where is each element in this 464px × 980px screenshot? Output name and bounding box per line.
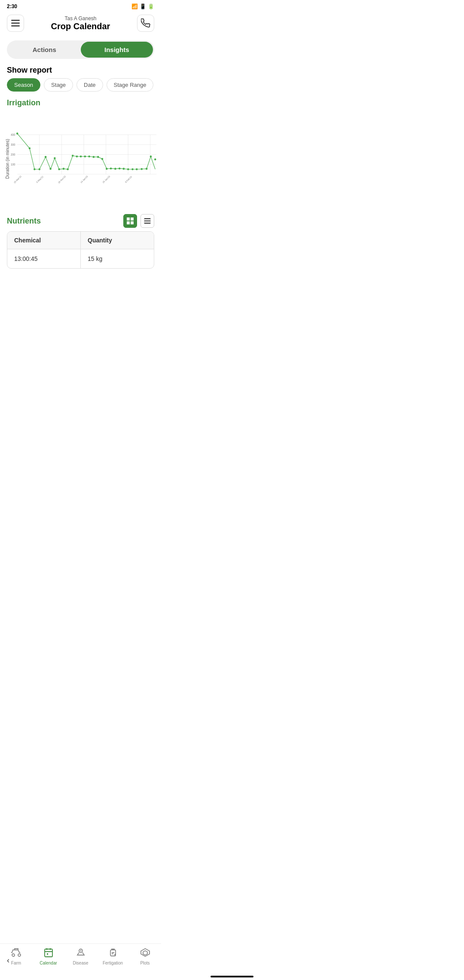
svg-rect-0	[11, 20, 20, 21]
svg-point-36	[106, 168, 108, 170]
menu-button[interactable]	[7, 15, 24, 32]
nutrients-title: Nutrients	[7, 217, 41, 226]
signal-icon: 📱	[140, 3, 146, 9]
chemical-cell: 13:00:45	[7, 249, 80, 268]
main-toggle: Actions Insights	[7, 40, 154, 59]
filter-stage[interactable]: Stage	[44, 78, 73, 92]
svg-point-47	[154, 159, 156, 161]
app-header: Tas A Ganesh Crop Calendar	[0, 11, 161, 35]
svg-rect-54	[127, 217, 130, 220]
show-report-title: Show report	[0, 64, 161, 78]
y-axis-label: Duration (in minutes)	[3, 111, 10, 207]
irrigation-title: Irrigation	[0, 97, 161, 111]
svg-point-18	[16, 132, 18, 135]
insights-tab[interactable]: Insights	[81, 42, 153, 58]
svg-point-19	[29, 147, 31, 150]
svg-point-46	[150, 156, 152, 158]
svg-point-43	[136, 168, 138, 171]
filter-date[interactable]: Date	[76, 78, 103, 92]
chart-svg-container: 100 200 300 400	[10, 111, 158, 207]
svg-point-20	[34, 168, 36, 171]
svg-point-40	[123, 168, 125, 170]
table-row: 13:00:45 15 kg	[7, 249, 154, 268]
svg-text:200: 200	[11, 153, 15, 156]
quantity-cell: 15 kg	[81, 249, 154, 268]
svg-point-22	[45, 156, 47, 158]
svg-point-42	[131, 168, 134, 171]
chart-svg: 100 200 300 400	[10, 111, 158, 205]
svg-text:8 Feb'23: 8 Feb'23	[125, 175, 132, 183]
svg-point-32	[88, 156, 90, 158]
svg-point-35	[101, 158, 104, 160]
svg-point-24	[54, 157, 56, 159]
chemical-header: Chemical	[7, 232, 80, 249]
svg-point-30	[80, 156, 82, 158]
filter-stage-range[interactable]: Stage Range	[107, 78, 154, 92]
svg-point-38	[114, 168, 116, 170]
svg-point-26	[63, 168, 65, 170]
svg-point-21	[39, 168, 41, 171]
status-bar: 2:30 📶 📱 🔋	[0, 0, 161, 11]
list-view-button[interactable]	[140, 214, 154, 228]
svg-text:300: 300	[11, 143, 15, 146]
svg-point-25	[58, 168, 60, 171]
svg-point-29	[76, 156, 78, 158]
svg-rect-56	[127, 221, 130, 224]
nutrients-table: Chemical Quantity 13:00:45 15 kg	[7, 231, 154, 269]
svg-point-23	[49, 168, 52, 170]
svg-point-39	[119, 168, 121, 170]
svg-point-37	[110, 168, 112, 170]
svg-rect-1	[11, 23, 20, 24]
svg-rect-55	[131, 217, 134, 220]
svg-point-27	[67, 168, 69, 171]
svg-text:25 Mar'22: 25 Mar'22	[13, 175, 22, 184]
status-time: 2:30	[7, 3, 17, 9]
battery-icon: 🔋	[148, 3, 154, 9]
header-center: Tas A Ganesh Crop Calendar	[51, 15, 110, 31]
filter-row: Season Stage Date Stage Range	[0, 78, 161, 97]
page-title: Crop Calendar	[51, 21, 110, 31]
filter-season[interactable]: Season	[7, 78, 40, 92]
quantity-header: Quantity	[81, 232, 154, 249]
svg-rect-2	[11, 25, 20, 27]
nutrients-header: Nutrients	[0, 211, 161, 231]
svg-text:25 Jan'23: 25 Jan'23	[102, 175, 110, 184]
nutrients-view-icons	[123, 214, 154, 228]
svg-point-34	[97, 156, 99, 158]
svg-text:5 May'22: 5 May'22	[36, 175, 44, 184]
svg-text:14 Jan'23: 14 Jan'23	[80, 175, 89, 184]
wifi-icon: 📶	[131, 3, 138, 9]
actions-tab[interactable]: Actions	[8, 42, 81, 58]
svg-point-28	[72, 155, 74, 157]
svg-point-45	[146, 168, 148, 170]
svg-point-33	[93, 156, 95, 158]
grid-view-button[interactable]	[123, 214, 137, 228]
time-display: 2:30	[7, 3, 17, 9]
support-button[interactable]	[137, 15, 154, 32]
user-label: Tas A Ganesh	[51, 15, 110, 21]
svg-point-41	[127, 168, 129, 171]
svg-text:26 Nov'22: 26 Nov'22	[58, 175, 67, 184]
svg-rect-57	[131, 221, 134, 224]
irrigation-chart: Duration (in minutes) 100 200 300	[0, 111, 161, 211]
status-icons: 📶 📱 🔋	[131, 3, 154, 9]
svg-text:100: 100	[11, 163, 15, 166]
svg-point-31	[84, 156, 86, 158]
table-header: Chemical Quantity	[7, 232, 154, 249]
svg-point-44	[140, 168, 143, 170]
svg-text:400: 400	[11, 133, 15, 136]
